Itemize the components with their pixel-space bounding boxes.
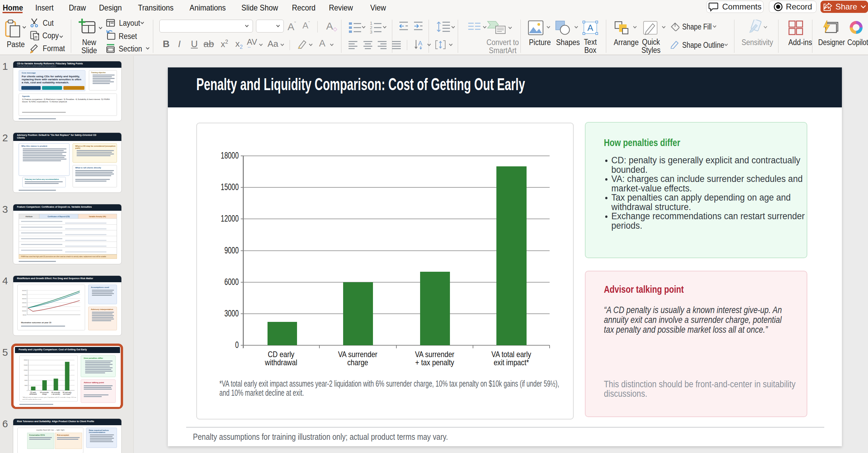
svg-text:exit impact*: exit impact*	[63, 393, 71, 395]
svg-text:180000: 180000	[22, 294, 27, 295]
svg-text:A: A	[587, 23, 593, 33]
svg-text:A: A	[418, 40, 422, 47]
svg-text:12000: 12000	[24, 369, 28, 371]
svg-text:100000: 100000	[22, 310, 27, 312]
svg-text:120000: 120000	[22, 306, 27, 308]
svg-text:6000: 6000	[24, 379, 28, 381]
svg-text:80000: 80000	[23, 314, 27, 316]
svg-text:and 10% market decline at exit: and 10% market decline at exit.	[22, 398, 41, 400]
svg-text:15000: 15000	[24, 364, 28, 366]
svg-text:160000: 160000	[22, 298, 27, 300]
svg-text:18000: 18000	[24, 359, 28, 361]
svg-text:+ tax penalty: + tax penalty	[51, 393, 60, 395]
svg-text:140000: 140000	[22, 302, 27, 304]
svg-text:withdrawal: withdrawal	[29, 393, 37, 395]
svg-text:0: 0	[27, 390, 28, 391]
svg-text:200000: 200000	[22, 290, 27, 291]
svg-text:9000: 9000	[24, 374, 28, 376]
svg-text:3000: 3000	[24, 385, 28, 386]
svg-text:charge: charge	[42, 393, 47, 395]
